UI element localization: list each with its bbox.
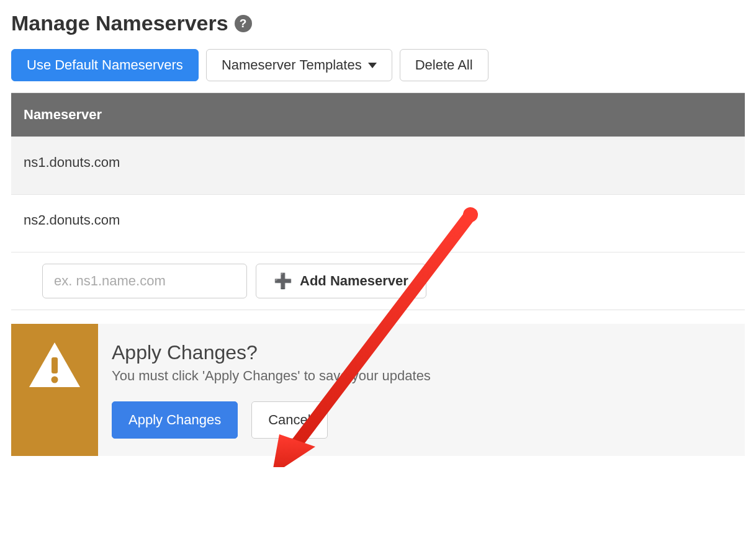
use-default-nameservers-button[interactable]: Use Default Nameservers (11, 49, 199, 81)
apply-changes-button[interactable]: Apply Changes (112, 401, 238, 439)
table-row[interactable]: ns2.donuts.com (11, 194, 745, 252)
alert-text: You must click 'Apply Changes' to save y… (112, 368, 730, 384)
table-row[interactable]: ns1.donuts.com (11, 136, 745, 194)
add-nameserver-label: Add Nameserver (300, 273, 408, 289)
warning-icon (28, 341, 81, 390)
alert-icon-column (11, 324, 98, 456)
apply-changes-alert: Apply Changes? You must click 'Apply Cha… (11, 324, 745, 456)
delete-all-button[interactable]: Delete All (400, 49, 488, 81)
nameserver-templates-dropdown[interactable]: Nameserver Templates (206, 49, 392, 81)
alert-body: Apply Changes? You must click 'Apply Cha… (98, 324, 745, 456)
nameserver-input[interactable] (42, 264, 247, 298)
page-title-text: Manage Nameservers (11, 11, 228, 35)
toolbar: Use Default Nameservers Nameserver Templ… (11, 49, 745, 81)
nameserver-table: Nameserver ns1.donuts.com ns2.donuts.com… (11, 92, 745, 310)
alert-actions: Apply Changes Cancel (112, 401, 730, 439)
add-nameserver-button[interactable]: ➕ Add Nameserver (256, 264, 426, 298)
nameserver-templates-label: Nameserver Templates (222, 58, 362, 72)
cancel-button[interactable]: Cancel (251, 401, 327, 439)
table-header: Nameserver (11, 93, 745, 136)
svg-rect-0 (52, 357, 58, 373)
add-nameserver-row: ➕ Add Nameserver (11, 252, 745, 310)
plus-icon: ➕ (274, 274, 292, 288)
svg-point-1 (52, 377, 58, 383)
chevron-down-icon (368, 63, 377, 68)
page-title: Manage Nameservers ? (11, 11, 745, 35)
alert-title: Apply Changes? (112, 341, 730, 364)
help-icon[interactable]: ? (235, 15, 252, 32)
